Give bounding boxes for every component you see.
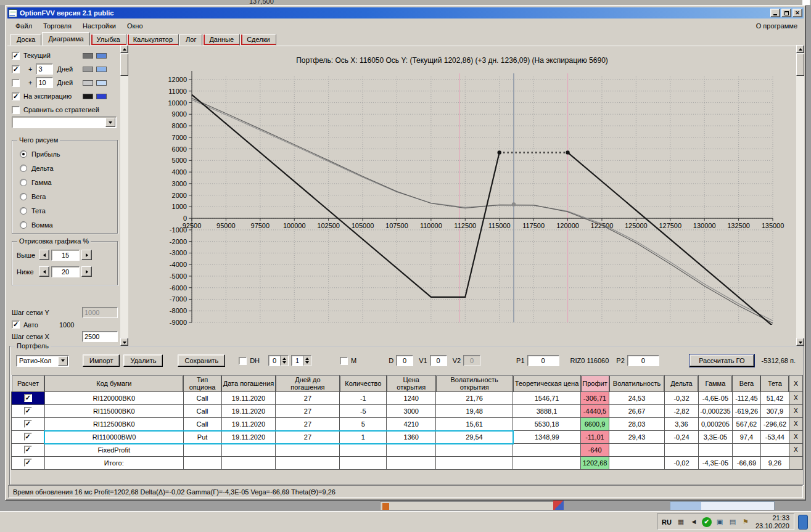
column-header[interactable]: Расчет	[12, 375, 45, 392]
radio-option[interactable]: Вега	[12, 189, 117, 203]
table-row[interactable]: ✓RI112500BK0Call19.11.2020275421015,6155…	[12, 418, 803, 431]
volume-icon[interactable]: ◄	[689, 517, 699, 527]
tab-Калькулятор[interactable]: Калькулятор	[127, 34, 179, 46]
menu-item[interactable]: Торговля	[38, 21, 77, 31]
chevron-down-icon[interactable]	[58, 356, 68, 366]
column-header[interactable]: Количество	[340, 375, 387, 392]
row-calc-cell[interactable]: ✓	[12, 457, 45, 470]
column-header[interactable]: Волатильность открытия	[436, 375, 513, 392]
column-header[interactable]: Тип опциона	[183, 375, 221, 392]
grid-step-x-input[interactable]	[82, 331, 118, 342]
network-icon[interactable]: ▤	[728, 517, 738, 527]
tab-Данные[interactable]: Данные	[203, 34, 240, 46]
m-checkbox[interactable]: M	[340, 357, 356, 365]
delete-cell[interactable]: X	[789, 444, 802, 457]
chart-scrollbar[interactable]	[796, 45, 804, 346]
table-row[interactable]: ✓RI115000BK0Call19.11.202027-5300019,483…	[12, 405, 803, 418]
close-button[interactable]: ✕	[792, 9, 802, 17]
delete-cell[interactable]: X	[789, 392, 802, 405]
table-row[interactable]: ✓RI120000BK0Call19.11.202027-1124021,761…	[12, 392, 803, 405]
above-percent-input[interactable]	[51, 250, 80, 261]
days-input[interactable]	[36, 63, 53, 75]
delete-button[interactable]: Удалить	[123, 354, 163, 367]
delete-row-button[interactable]: X	[789, 444, 802, 456]
column-header[interactable]: Цена открытия	[387, 375, 436, 392]
menu-item[interactable]: Файл	[10, 21, 38, 31]
checkbox-icon[interactable]: ✓	[24, 394, 32, 402]
display-icon[interactable]: ▣	[715, 517, 725, 527]
clock[interactable]: 21:33 23.10.2020	[755, 514, 789, 530]
d-input[interactable]	[396, 355, 413, 366]
row-calc-cell[interactable]: ✓	[12, 405, 45, 418]
radio-option[interactable]: Гамма	[12, 175, 117, 189]
tab-Диаграмма[interactable]: Диаграмма	[42, 32, 89, 46]
checkbox-icon[interactable]	[12, 106, 20, 114]
radio-option[interactable]: Вомма	[12, 218, 117, 232]
delete-cell[interactable]: X	[789, 418, 802, 431]
checkbox-icon[interactable]: ✓	[24, 420, 32, 428]
column-header[interactable]: Теоретическая цена	[513, 375, 581, 392]
scroll-up-icon[interactable]	[796, 45, 804, 53]
tab-Доска[interactable]: Доска	[10, 34, 41, 46]
table-row[interactable]: ✓FixedProfit-640X	[12, 444, 803, 457]
column-header[interactable]: Гамма	[698, 375, 732, 392]
menu-about[interactable]: О программе	[751, 21, 801, 31]
chart-area[interactable]: Портфель: Ось X: 116050 Ось Y: (Текущий …	[126, 45, 796, 346]
column-header[interactable]: Дата погашения	[221, 375, 276, 392]
checkbox-icon[interactable]: ✓	[24, 459, 32, 467]
row-calc-cell[interactable]: ✓	[12, 418, 45, 431]
days-input[interactable]	[36, 77, 53, 88]
scroll-down-icon[interactable]	[796, 338, 804, 346]
compare-strategy-select[interactable]	[12, 117, 117, 128]
row-calc-cell[interactable]: ✓	[12, 431, 45, 444]
strategy-select[interactable]: Ратио-Кол	[16, 355, 69, 367]
column-header[interactable]: Код бумаги	[44, 375, 183, 392]
radio-option[interactable]: Тета	[12, 203, 117, 218]
minimize-button[interactable]	[770, 9, 780, 17]
decrease-button[interactable]	[39, 250, 49, 260]
dh-spinner-1[interactable]: 0	[268, 355, 289, 366]
maximize-button[interactable]	[781, 9, 791, 17]
spinner-arrows-icon[interactable]	[280, 356, 288, 366]
flag-icon[interactable]: ⚑	[741, 517, 751, 527]
v1-input[interactable]	[430, 355, 447, 366]
delete-cell[interactable]: X	[789, 405, 802, 418]
decrease-button[interactable]	[39, 266, 49, 277]
checkbox-icon[interactable]: ✓	[24, 407, 32, 415]
column-header[interactable]: Волатильность	[609, 375, 665, 392]
dh-checkbox[interactable]: DH	[239, 357, 260, 365]
checkbox-icon[interactable]: ✓	[12, 92, 20, 100]
shield-check-icon[interactable]: ✔	[702, 517, 712, 527]
radio-option[interactable]: Дельта	[12, 161, 117, 175]
menu-item[interactable]: Настройки	[77, 21, 121, 31]
radio-option[interactable]: Прибыль	[12, 147, 117, 161]
checkbox-icon[interactable]: ✓	[12, 52, 20, 60]
below-percent-input[interactable]	[51, 266, 80, 277]
p1-input[interactable]	[527, 355, 559, 366]
increase-button[interactable]	[81, 266, 92, 277]
language-indicator[interactable]: RU	[662, 518, 672, 526]
column-header[interactable]: Вега	[732, 375, 760, 392]
package-icon[interactable]: ▦	[676, 517, 686, 527]
table-row[interactable]: ✓RI110000BW0Put19.11.2020271136029,54134…	[12, 431, 803, 444]
delete-row-button[interactable]: X	[789, 405, 802, 417]
profit-chart[interactable]: 1200011000100009000800070006000500040003…	[126, 45, 796, 346]
tab-Сделки[interactable]: Сделки	[241, 34, 276, 46]
import-button[interactable]: Импорт	[83, 354, 120, 367]
spinner-arrows-icon[interactable]	[303, 356, 311, 366]
column-header[interactable]: X	[789, 375, 802, 392]
column-header[interactable]: Профит	[581, 375, 609, 392]
scroll-thumb[interactable]	[796, 54, 804, 76]
show-desktop-button[interactable]	[798, 515, 808, 530]
checkbox-icon[interactable]: ✓	[24, 433, 32, 441]
checkbox-icon[interactable]: ✓	[12, 65, 20, 73]
row-calc-cell[interactable]: ✓	[12, 392, 45, 405]
column-header[interactable]: Тета	[760, 375, 789, 392]
table-row[interactable]: ✓Итого:1202,68-0,02-4,3E-05-66,699,26	[12, 457, 803, 470]
increase-button[interactable]	[81, 250, 92, 260]
calculate-go-button[interactable]: Рассчитать ГО	[690, 354, 754, 367]
dh-spinner-2[interactable]: 1	[291, 355, 311, 366]
delete-row-button[interactable]: X	[789, 431, 802, 443]
delete-cell[interactable]: X	[789, 431, 802, 444]
row-calc-cell[interactable]: ✓	[12, 444, 45, 457]
